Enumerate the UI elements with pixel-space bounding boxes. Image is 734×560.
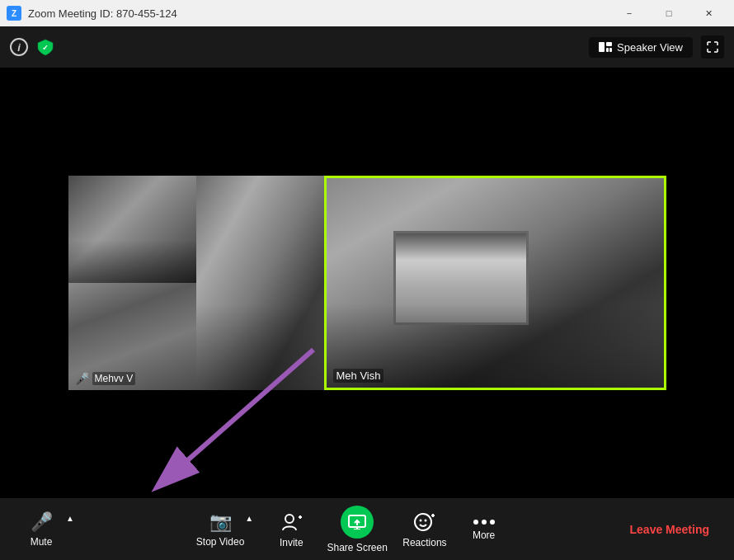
top-bar-left: i ✓	[10, 38, 54, 56]
mute-button[interactable]: 🎤 Mute	[16, 507, 66, 552]
mute-label: Mute	[31, 536, 53, 548]
stop-video-button[interactable]: 📷 Stop Video	[192, 507, 249, 552]
leave-meeting-button[interactable]: Leave Meeting	[622, 519, 718, 540]
more-button[interactable]: More	[459, 514, 509, 545]
speaker-view-button[interactable]: Speaker View	[589, 37, 693, 58]
svg-rect-3	[606, 48, 609, 52]
video-panel-bottom-left: 🎤 Mehvv V	[68, 283, 196, 390]
more-label: More	[473, 529, 495, 541]
share-screen-button[interactable]: Share Screen	[324, 506, 390, 553]
svg-text:✓: ✓	[42, 44, 49, 52]
info-button[interactable]: i	[10, 38, 28, 56]
svg-point-14	[415, 514, 431, 530]
svg-point-21	[490, 520, 495, 525]
share-screen-label: Share Screen	[327, 542, 388, 553]
mute-icon: 🎤	[75, 372, 89, 385]
reactions-label: Reactions	[402, 537, 446, 548]
svg-point-20	[482, 520, 487, 525]
svg-rect-2	[606, 42, 612, 46]
top-bar-right: Speaker View	[589, 35, 724, 59]
minimize-button[interactable]: −	[610, 0, 648, 26]
video-left-panels: 🎤 Mehvv V	[68, 176, 324, 390]
video-chevron[interactable]: ▲	[243, 514, 255, 523]
svg-rect-4	[609, 48, 612, 52]
svg-point-15	[419, 519, 421, 521]
microphone-icon: 🎤	[31, 511, 53, 533]
mute-group: 🎤 Mute ▲	[16, 507, 79, 552]
participant-name-left: Mehvv V	[92, 372, 136, 385]
stop-video-label: Stop Video	[196, 536, 245, 548]
more-icon	[473, 518, 496, 526]
svg-point-19	[473, 520, 478, 525]
invite-icon	[280, 511, 303, 534]
svg-point-16	[424, 519, 426, 521]
reactions-icon	[413, 511, 436, 534]
app-logo: Z	[7, 6, 21, 21]
video-grid: 🎤 Mehvv V Meh Vish	[0, 68, 734, 498]
video-panel-active-speaker: Meh Vish	[324, 176, 666, 390]
window-title: Zoom Meeting ID: 870-455-124	[28, 7, 610, 20]
share-screen-icon	[341, 506, 374, 539]
reactions-button[interactable]: Reactions	[398, 506, 450, 553]
close-button[interactable]: ✕	[689, 0, 727, 26]
meeting-area: i ✓ Speaker View	[0, 26, 734, 560]
top-bar: i ✓ Speaker View	[0, 26, 734, 68]
invite-button[interactable]: Invite	[266, 506, 316, 553]
participant-name-main: Meh Vish	[333, 369, 384, 383]
toolbar-right: Leave Meeting	[622, 519, 718, 540]
toolbar-center: 📷 Stop Video ▲ Invite	[79, 506, 622, 553]
maximize-button[interactable]: □	[650, 0, 688, 26]
svg-rect-1	[599, 42, 605, 52]
fullscreen-button[interactable]	[701, 35, 724, 59]
invite-label: Invite	[280, 537, 303, 548]
title-bar: Z Zoom Meeting ID: 870-455-124 − □ ✕	[0, 0, 734, 26]
stop-video-group: 📷 Stop Video ▲	[192, 507, 258, 552]
window-controls: − □ ✕	[610, 0, 727, 26]
bottom-toolbar: 🎤 Mute ▲ 📷 Stop Video ▲	[0, 498, 734, 560]
shield-button[interactable]: ✓	[36, 38, 54, 56]
video-panel-middle	[196, 176, 324, 390]
video-camera-icon: 📷	[209, 511, 232, 533]
svg-point-7	[285, 515, 294, 523]
mute-chevron[interactable]: ▲	[64, 514, 76, 523]
video-panel-top-left	[68, 176, 196, 283]
